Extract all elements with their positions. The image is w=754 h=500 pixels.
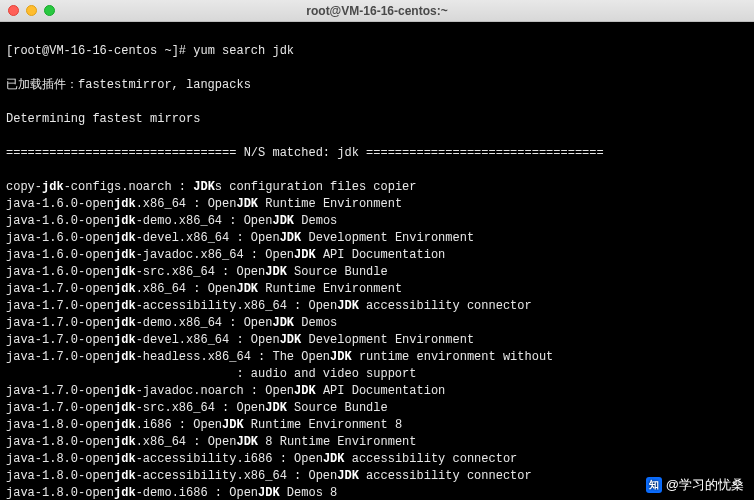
result-line: java-1.7.0-openjdk-javadoc.noarch : Open… xyxy=(6,383,748,400)
result-line: copy-jdk-configs.noarch : JDKs configura… xyxy=(6,179,748,196)
result-line: java-1.8.0-openjdk.x86_64 : OpenJDK 8 Ru… xyxy=(6,434,748,451)
result-line: java-1.6.0-openjdk-javadoc.x86_64 : Open… xyxy=(6,247,748,264)
result-continuation: : audio and video support xyxy=(6,366,748,383)
result-line: java-1.8.0-openjdk-demo.i686 : OpenJDK D… xyxy=(6,485,748,500)
window-titlebar: root@VM-16-16-centos:~ xyxy=(0,0,754,22)
output-line: 已加载插件：fastestmirror, langpacks xyxy=(6,77,748,94)
result-line: java-1.7.0-openjdk.x86_64 : OpenJDK Runt… xyxy=(6,281,748,298)
result-line: java-1.8.0-openjdk.i686 : OpenJDK Runtim… xyxy=(6,417,748,434)
window-title: root@VM-16-16-centos:~ xyxy=(0,4,754,18)
prompt-line: [root@VM-16-16-centos ~]# yum search jdk xyxy=(6,43,748,60)
result-line: java-1.8.0-openjdk-accessibility.i686 : … xyxy=(6,451,748,468)
search-results: copy-jdk-configs.noarch : JDKs configura… xyxy=(6,179,748,500)
maximize-icon[interactable] xyxy=(44,5,55,16)
section-separator: ================================ N/S mat… xyxy=(6,145,748,162)
result-line: java-1.8.0-openjdk-accessibility.x86_64 … xyxy=(6,468,748,485)
output-line: Determining fastest mirrors xyxy=(6,111,748,128)
result-line: java-1.6.0-openjdk-src.x86_64 : OpenJDK … xyxy=(6,264,748,281)
command: yum search jdk xyxy=(193,44,294,58)
close-icon[interactable] xyxy=(8,5,19,16)
result-line: java-1.7.0-openjdk-demo.x86_64 : OpenJDK… xyxy=(6,315,748,332)
prompt: [root@VM-16-16-centos ~]# xyxy=(6,44,186,58)
result-line: java-1.6.0-openjdk.x86_64 : OpenJDK Runt… xyxy=(6,196,748,213)
result-line: java-1.7.0-openjdk-headless.x86_64 : The… xyxy=(6,349,748,366)
window-controls xyxy=(8,5,55,16)
result-line: java-1.7.0-openjdk-src.x86_64 : OpenJDK … xyxy=(6,400,748,417)
minimize-icon[interactable] xyxy=(26,5,37,16)
result-line: java-1.7.0-openjdk-accessibility.x86_64 … xyxy=(6,298,748,315)
result-line: java-1.7.0-openjdk-devel.x86_64 : OpenJD… xyxy=(6,332,748,349)
result-line: java-1.6.0-openjdk-demo.x86_64 : OpenJDK… xyxy=(6,213,748,230)
terminal-output[interactable]: [root@VM-16-16-centos ~]# yum search jdk… xyxy=(0,22,754,500)
result-line: java-1.6.0-openjdk-devel.x86_64 : OpenJD… xyxy=(6,230,748,247)
